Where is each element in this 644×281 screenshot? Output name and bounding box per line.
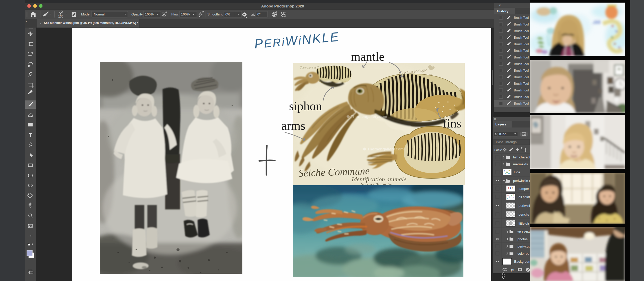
svg-text:History: History: [497, 9, 509, 13]
svg-text:fins: fins: [443, 116, 461, 130]
svg-text:fin Periw: fin Periw: [518, 230, 530, 234]
svg-text:Brush Tool: Brush Tool: [514, 75, 529, 79]
svg-text:Flow:: Flow:: [171, 12, 179, 16]
svg-text:Brush Tool: Brush Tool: [514, 16, 529, 20]
svg-text:0%: 0%: [225, 12, 230, 16]
svg-text:fish charact: fish charact: [513, 155, 530, 159]
svg-text:siphon: siphon: [289, 99, 322, 113]
svg-text:mantle: mantle: [351, 50, 385, 63]
svg-text:0°: 0°: [257, 12, 260, 16]
svg-text:Lock:: Lock:: [494, 148, 502, 152]
svg-text:mermaids: mermaids: [513, 162, 528, 166]
svg-text:EEL: EEL: [592, 20, 600, 24]
svg-text:Brush Tool: Brush Tool: [514, 102, 529, 105]
svg-text:×: ×: [494, 117, 496, 121]
svg-text:PERiWiNKLE: PERiWiNKLE: [254, 29, 340, 51]
svg-text:Brush Tool: Brush Tool: [514, 49, 529, 53]
svg-text:100%: 100%: [145, 12, 154, 16]
svg-text:Brush Tool: Brush Tool: [514, 82, 529, 86]
svg-text:color pe: color pe: [518, 252, 529, 256]
svg-text:Brush Tool: Brush Tool: [514, 62, 529, 66]
svg-text:peri+cut: peri+cut: [518, 244, 530, 248]
svg-text:Backgroun: Backgroun: [514, 260, 530, 263]
svg-text:little gir: little gir: [519, 222, 529, 225]
svg-text:luca: luca: [514, 170, 520, 174]
svg-text:✺ Thorsengallery.com: ✺ Thorsengallery.com: [363, 147, 404, 151]
svg-text:Pass Through: Pass Through: [496, 140, 517, 144]
svg-text:×: ×: [499, 4, 501, 7]
svg-text:fx: fx: [511, 268, 514, 272]
svg-text:Brush Tool: Brush Tool: [514, 36, 529, 39]
svg-text:periwink: periwink: [519, 204, 530, 208]
svg-text:Brush Tool: Brush Tool: [514, 95, 529, 99]
svg-text:Mode:: Mode:: [81, 12, 90, 16]
svg-text:Opacity:: Opacity:: [131, 12, 144, 16]
svg-text:130: 130: [58, 15, 63, 18]
svg-text:Brush Tool: Brush Tool: [514, 56, 529, 59]
svg-text:Brush Tool: Brush Tool: [514, 23, 529, 26]
svg-text:✺ Thorsengallery.com: ✺ Thorsengallery.com: [346, 114, 387, 119]
svg-text:Identification animale: Identification animale: [351, 176, 406, 183]
svg-text:Brush Tool: Brush Tool: [514, 89, 529, 92]
svg-text:periwinkle c: periwinkle c: [513, 179, 530, 183]
svg-text:100%: 100%: [181, 12, 190, 16]
svg-text:photos: photos: [518, 237, 528, 241]
svg-text:temper: temper: [519, 187, 529, 191]
svg-text:Brush Tool: Brush Tool: [514, 42, 529, 46]
svg-text:Brush Tool: Brush Tool: [514, 69, 529, 72]
svg-text:Kind: Kind: [499, 132, 506, 136]
svg-text:Brush Tool: Brush Tool: [514, 29, 529, 33]
svg-text:all color: all color: [519, 195, 530, 199]
svg-text:arms: arms: [281, 119, 305, 132]
svg-text:pencils: pencils: [519, 212, 529, 216]
svg-text:Smoothing:: Smoothing:: [207, 12, 224, 16]
svg-text:T: T: [29, 132, 32, 138]
svg-text:Normal: Normal: [94, 12, 105, 16]
svg-text:Layers: Layers: [495, 122, 506, 126]
